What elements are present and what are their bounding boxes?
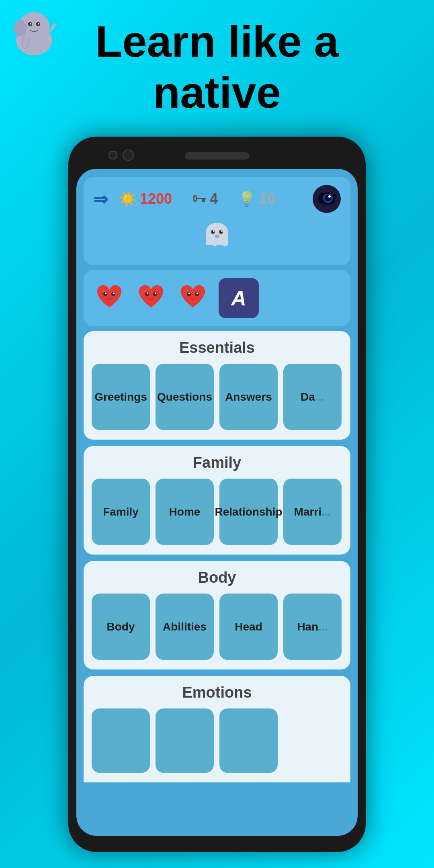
days-item[interactable]: Da... (283, 364, 342, 430)
svg-point-27 (143, 290, 147, 292)
greetings-item[interactable]: Greetings (92, 364, 150, 430)
svg-point-32 (185, 290, 189, 292)
heart-1 (93, 281, 125, 315)
svg-point-17 (215, 235, 219, 238)
svg-point-13 (211, 230, 215, 234)
family-item[interactable]: Family (92, 479, 150, 545)
hint-count: 10 (259, 190, 275, 207)
sun-count: 1200 (140, 190, 172, 207)
body-item[interactable]: Body (92, 594, 150, 660)
svg-point-22 (101, 290, 105, 292)
svg-point-6 (14, 20, 27, 36)
emotions-section: Emotions (84, 676, 350, 782)
body-section: Body Body Abilities Head Han... (84, 561, 350, 669)
marriage-item[interactable]: Marri... (283, 479, 342, 545)
body-grid: Body Abilities Head Han... (92, 594, 342, 660)
key-icon: 🗝 (192, 190, 207, 207)
camera-right (123, 149, 134, 161)
essentials-section: Essentials Greetings Questions Answers D… (84, 331, 350, 440)
heart-2 (135, 281, 167, 315)
svg-point-31 (197, 293, 198, 294)
lives-card: A (84, 270, 350, 326)
phone-notch (76, 145, 358, 167)
svg-point-15 (213, 230, 215, 232)
home-item[interactable]: Home (156, 479, 214, 545)
svg-point-10 (328, 195, 331, 198)
svg-point-5 (38, 23, 39, 25)
svg-point-16 (221, 230, 223, 232)
svg-point-4 (30, 23, 31, 25)
family-grid: Family Home Relationship Marri... (92, 479, 342, 545)
family-title: Family (92, 454, 342, 471)
emotions-grid (92, 708, 342, 773)
stats-card: ⇒ ☀️ 1200 🗝 4 💡 10 (84, 177, 350, 265)
hands-item[interactable]: Han... (283, 594, 342, 660)
questions-item[interactable]: Questions (156, 364, 214, 430)
eye-button[interactable] (313, 185, 341, 213)
essentials-title: Essentials (92, 339, 342, 356)
camera-left (108, 151, 117, 160)
body-title: Body (92, 569, 342, 586)
heart-3 (177, 281, 209, 315)
relationship-item[interactable]: Relationship (219, 479, 278, 545)
ghost-mascot (93, 219, 341, 256)
phone-frame: ⇒ ☀️ 1200 🗝 4 💡 10 (68, 137, 366, 852)
speaker (185, 152, 249, 160)
key-count: 4 (210, 190, 218, 207)
main-title: Learn like a native (0, 16, 434, 118)
svg-point-14 (219, 230, 223, 234)
abilities-item[interactable]: Abilities (156, 594, 214, 660)
hint-stat: 💡 10 (238, 190, 275, 207)
key-stat: 🗝 4 (192, 190, 218, 207)
stats-row: ⇒ ☀️ 1200 🗝 4 💡 10 (93, 185, 341, 213)
emotions-item-3[interactable] (219, 708, 278, 773)
svg-point-25 (147, 293, 148, 294)
essentials-grid: Greetings Questions Answers Da... (92, 364, 342, 430)
vocab-button[interactable]: A (219, 278, 259, 318)
sun-stat: ☀️ 1200 (119, 190, 172, 207)
mascot-elephant (8, 8, 60, 60)
svg-point-26 (155, 293, 156, 294)
head-item[interactable]: Head (219, 594, 278, 660)
svg-rect-12 (206, 233, 228, 245)
answers-item[interactable]: Answers (219, 364, 278, 430)
phone-screen: ⇒ ☀️ 1200 🗝 4 💡 10 (76, 169, 358, 836)
arrows-icon[interactable]: ⇒ (93, 189, 108, 209)
family-section: Family Family Home Relationship Marri... (84, 446, 350, 555)
svg-point-21 (113, 293, 115, 294)
sun-icon: ☀️ (119, 190, 137, 207)
svg-point-30 (188, 293, 190, 294)
emotions-item-2[interactable] (156, 708, 214, 773)
svg-point-20 (105, 293, 106, 294)
emotions-item-1[interactable] (92, 708, 150, 773)
hint-icon: 💡 (238, 190, 256, 207)
top-area: Learn like a native (0, 0, 434, 118)
emotions-title: Emotions (92, 684, 342, 701)
